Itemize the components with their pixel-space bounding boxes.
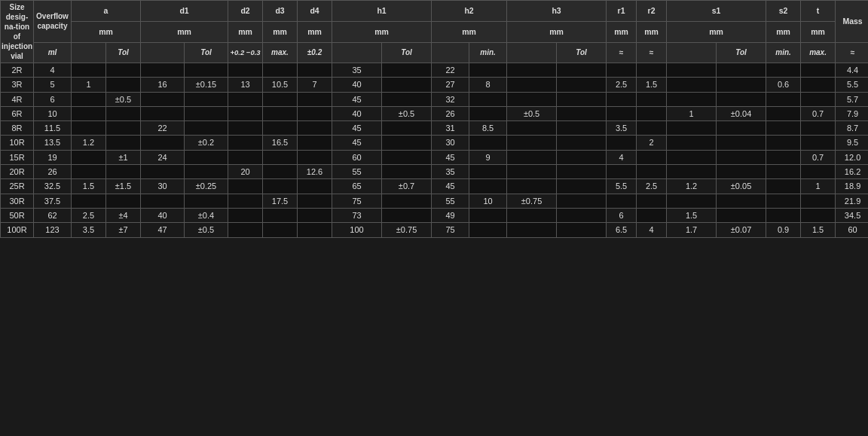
- table-cell: [667, 165, 717, 179]
- header-r1-unit: mm: [607, 21, 637, 42]
- table-cell: [667, 78, 717, 92]
- table-cell: [801, 208, 836, 222]
- table-cell: [382, 78, 432, 92]
- table-cell: [507, 150, 557, 164]
- table-cell: [801, 194, 836, 208]
- table-cell: [141, 63, 185, 78]
- table-cell: [766, 194, 801, 208]
- table-cell: [557, 208, 607, 222]
- table-cell: [469, 179, 507, 194]
- table-cell: ±0.05: [717, 179, 766, 194]
- header-d3-unit: mm: [263, 21, 298, 42]
- table-cell: 11.5: [34, 121, 72, 136]
- table-cell: [228, 208, 263, 222]
- header-h2: h2: [432, 1, 507, 22]
- table-cell: [607, 106, 637, 120]
- table-cell: [298, 63, 332, 78]
- table-cell: [382, 136, 432, 150]
- table-row: 6R1040±0.526±0.51±0.040.77.9: [1, 106, 869, 120]
- table-cell: [228, 223, 263, 237]
- table-cell: 2.5: [72, 208, 106, 222]
- table-cell: 123: [34, 223, 72, 237]
- table-cell: [766, 121, 801, 136]
- table-row: 8R11.52245318.53.58.7: [1, 121, 869, 136]
- table-cell: 19: [34, 150, 72, 164]
- table-cell: 3R: [1, 78, 34, 92]
- table-cell: [72, 121, 106, 136]
- table-cell: 3.5: [72, 223, 106, 237]
- table-cell: 7: [298, 78, 332, 92]
- sub-d1-tol: Tol: [185, 42, 228, 63]
- table-cell: 1.2: [72, 136, 106, 150]
- header-s1: s1: [667, 1, 766, 22]
- table-cell: 26: [34, 165, 72, 179]
- table-cell: [507, 208, 557, 222]
- table-cell: [106, 165, 141, 179]
- table-cell: [557, 194, 607, 208]
- header-r2: r2: [637, 1, 667, 22]
- table-cell: 1: [801, 179, 836, 194]
- table-cell: 30: [432, 136, 469, 150]
- table-cell: [801, 78, 836, 92]
- table-cell: [557, 92, 607, 106]
- table-cell: [228, 63, 263, 78]
- header-h1-unit: mm: [332, 21, 432, 42]
- table-cell: [667, 150, 717, 164]
- table-cell: 16: [141, 78, 185, 92]
- table-cell: [507, 121, 557, 136]
- table-cell: [507, 63, 557, 78]
- table-row: 10R13.51.2±0.216.5453029.5: [1, 136, 869, 150]
- data-table: Size desig-na-tion of injection vial Ove…: [0, 0, 868, 238]
- table-cell: 10: [34, 106, 72, 120]
- sub-h2-val: [432, 42, 469, 63]
- table-cell: 13.5: [34, 136, 72, 150]
- table-cell: 22: [432, 63, 469, 78]
- header-mass: Mass: [836, 1, 868, 43]
- table-cell: [766, 92, 801, 106]
- table-cell: [228, 106, 263, 120]
- table-cell: [263, 106, 298, 120]
- table-cell: 62: [34, 208, 72, 222]
- table-cell: 26: [432, 106, 469, 120]
- table-cell: 45: [332, 92, 382, 106]
- table-cell: 12.6: [298, 165, 332, 179]
- table-row: 2R435224.4: [1, 63, 869, 78]
- header-d2: d2: [228, 1, 263, 22]
- table-cell: 1: [667, 106, 717, 120]
- table-cell: [72, 194, 106, 208]
- table-cell: [228, 179, 263, 194]
- table-cell: 15R: [1, 150, 34, 164]
- table-cell: [382, 92, 432, 106]
- table-row: 3R5116±0.151310.57402782.51.50.65.5: [1, 78, 869, 92]
- header-h3: h3: [507, 1, 607, 22]
- table-cell: [507, 136, 557, 150]
- header-r2-unit: mm: [637, 21, 667, 42]
- sub-h3-val: [507, 42, 557, 63]
- table-cell: 1.2: [667, 179, 717, 194]
- table-cell: [382, 150, 432, 164]
- table-cell: [637, 208, 667, 222]
- table-cell: [717, 165, 766, 179]
- table-cell: [557, 121, 607, 136]
- table-cell: [263, 150, 298, 164]
- header-h3-unit: mm: [507, 21, 607, 42]
- table-cell: 30R: [1, 194, 34, 208]
- table-cell: [106, 63, 141, 78]
- table-cell: [141, 136, 185, 150]
- main-table-wrapper: Size desig-na-tion of injection vial Ove…: [0, 0, 868, 238]
- table-cell: [637, 121, 667, 136]
- sub-h2-tol: min.: [469, 42, 507, 63]
- table-cell: [801, 165, 836, 179]
- table-cell: 40: [332, 78, 382, 92]
- table-cell: 24: [141, 150, 185, 164]
- table-cell: [557, 150, 607, 164]
- table-cell: [637, 63, 667, 78]
- table-row: 15R19±1246045940.712.0: [1, 150, 869, 164]
- table-cell: [557, 179, 607, 194]
- table-cell: [185, 194, 228, 208]
- table-cell: 75: [432, 223, 469, 237]
- table-cell: [298, 121, 332, 136]
- sub-s1-val: [667, 42, 717, 63]
- table-row: 30R37.517.5755510±0.7521.9: [1, 194, 869, 208]
- header-row-1: Size desig-na-tion of injection vial Ove…: [1, 1, 869, 22]
